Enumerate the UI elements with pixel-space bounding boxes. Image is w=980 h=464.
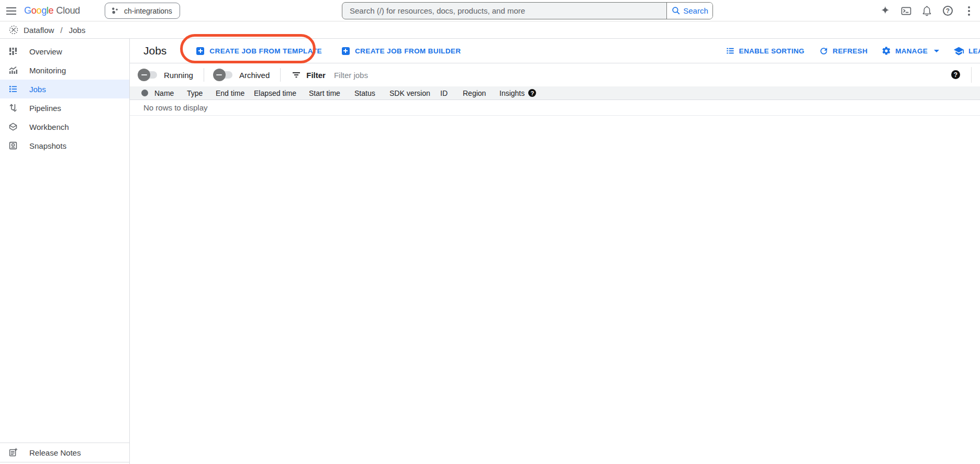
overview-icon (8, 46, 18, 57)
sidebar-item-snapshots[interactable]: Snapshots (0, 136, 129, 155)
filter-bar: Running Archived Filter ? (130, 63, 980, 86)
top-bar: G o o g l e Cloud ch-integrations Search (0, 0, 980, 21)
release-notes-icon (8, 447, 18, 458)
chevron-down-icon (934, 50, 939, 52)
logo-letter: o (36, 5, 41, 16)
create-job-from-template-button[interactable]: CREATE JOB FROM TEMPLATE (196, 47, 322, 55)
running-toggle[interactable] (139, 71, 157, 79)
column-header-elapsed-time[interactable]: Elapsed time (254, 89, 309, 97)
column-header-id[interactable]: ID (440, 89, 463, 97)
sidebar-item-workbench[interactable]: Workbench (0, 117, 129, 136)
sidebar-item-monitoring[interactable]: Monitoring (0, 61, 129, 80)
filter-funnel-icon (291, 70, 302, 80)
snapshots-icon (8, 140, 18, 151)
column-header-name[interactable]: Name (154, 89, 187, 97)
page-title: Jobs (143, 45, 166, 57)
page-header: Jobs CREATE JOB FROM TEMPLATE CREATE JOB… (130, 39, 980, 63)
sidebar-item-jobs[interactable]: Jobs (0, 80, 129, 98)
gear-icon (882, 46, 891, 56)
archived-toggle-label: Archived (239, 71, 270, 80)
project-selector[interactable]: ch-integrations (105, 3, 180, 19)
main-menu-icon[interactable] (5, 5, 18, 17)
jobs-list-icon (8, 84, 18, 94)
divider (280, 68, 281, 82)
main-content: Jobs CREATE JOB FROM TEMPLATE CREATE JOB… (130, 39, 980, 464)
manage-button[interactable]: MANAGE (882, 46, 939, 56)
logo-letter: e (49, 5, 54, 16)
insights-label: Insights (499, 89, 525, 97)
header-toolbar: ENABLE SORTING REFRESH MANAGE (726, 46, 980, 57)
plus-icon (196, 47, 204, 55)
topbar-icons: ? (878, 0, 975, 21)
plus-icon (342, 47, 350, 55)
create-job-from-builder-button[interactable]: CREATE JOB FROM BUILDER (342, 47, 461, 55)
sidebar-item-label: Snapshots (29, 141, 66, 150)
refresh-label: REFRESH (833, 47, 868, 55)
help-icon[interactable]: ? (941, 4, 954, 17)
create-job-from-builder-label: CREATE JOB FROM BUILDER (355, 47, 461, 55)
sidebar: Overview Monitoring Jobs Pipelines Workb… (0, 39, 130, 464)
enable-sorting-button[interactable]: ENABLE SORTING (726, 46, 805, 56)
column-header-status[interactable]: Status (354, 89, 389, 97)
sidebar-item-label: Workbench (29, 123, 69, 131)
select-all-dot-icon[interactable] (141, 90, 148, 96)
column-header-type[interactable]: Type (187, 89, 216, 97)
jobs-table-header: Name Type End time Elapsed time Start ti… (130, 86, 980, 100)
running-toggle-label: Running (164, 71, 193, 80)
sidebar-item-label: Monitoring (29, 66, 66, 75)
refresh-button[interactable]: REFRESH (819, 46, 868, 56)
logo-letter: G (24, 5, 31, 16)
sidebar-item-pipelines[interactable]: Pipelines (0, 98, 129, 117)
sort-list-icon (726, 46, 735, 56)
learn-label: LEARN (968, 47, 980, 55)
column-header-region[interactable]: Region (463, 89, 499, 97)
logo-letter: o (31, 5, 37, 16)
monitoring-icon (8, 65, 18, 75)
filter-jobs-input[interactable] (334, 71, 554, 80)
manage-label: MANAGE (895, 47, 928, 55)
filter-help-icon[interactable]: ? (951, 70, 960, 79)
breadcrumb-page: Jobs (69, 26, 86, 35)
project-name: ch-integrations (124, 7, 172, 15)
project-icon (110, 6, 119, 15)
empty-table-message-row: No rows to display (130, 100, 980, 116)
more-options-icon[interactable] (962, 4, 975, 17)
divider (204, 68, 204, 82)
create-job-from-template-label: CREATE JOB FROM TEMPLATE (209, 47, 322, 55)
logo-letter: g (41, 5, 47, 16)
gemini-icon[interactable] (878, 4, 892, 17)
archived-toggle[interactable] (215, 71, 232, 79)
sidebar-item-label: Overview (29, 47, 62, 56)
breadcrumb-product[interactable]: Dataflow (24, 26, 54, 35)
notifications-bell-icon[interactable] (920, 4, 933, 17)
learn-button[interactable]: LEARN (953, 46, 980, 57)
search-button[interactable]: Search (666, 3, 712, 19)
column-header-sdk-version[interactable]: SDK version (389, 89, 440, 97)
sidebar-item-release-notes[interactable]: Release Notes (0, 443, 129, 462)
divider (971, 67, 972, 83)
insights-help-icon[interactable]: ? (528, 89, 536, 97)
dataflow-icon (8, 25, 19, 35)
learn-school-icon (953, 46, 964, 57)
workbench-icon (8, 121, 18, 132)
column-header-end-time[interactable]: End time (216, 89, 254, 97)
refresh-icon (819, 46, 829, 56)
filter-label: Filter (306, 71, 326, 80)
sidebar-item-label: Jobs (29, 85, 46, 94)
global-search: Search (342, 2, 713, 19)
cloud-shell-icon[interactable] (899, 4, 912, 17)
sidebar-item-overview[interactable]: Overview (0, 42, 129, 61)
empty-message: No rows to display (143, 103, 208, 112)
google-cloud-logo[interactable]: G o o g l e Cloud (24, 0, 80, 21)
breadcrumb: Dataflow / Jobs (0, 21, 980, 39)
sidebar-item-label: Pipelines (29, 104, 61, 113)
column-header-insights[interactable]: Insights ? (499, 89, 536, 97)
breadcrumb-separator: / (60, 26, 62, 35)
search-input[interactable] (342, 3, 666, 19)
pipelines-icon (8, 103, 18, 113)
enable-sorting-label: ENABLE SORTING (739, 47, 805, 55)
logo-cloud-text: Cloud (56, 5, 80, 16)
search-button-label: Search (683, 6, 708, 15)
sidebar-item-label: Release Notes (29, 448, 81, 457)
column-header-start-time[interactable]: Start time (309, 89, 354, 97)
